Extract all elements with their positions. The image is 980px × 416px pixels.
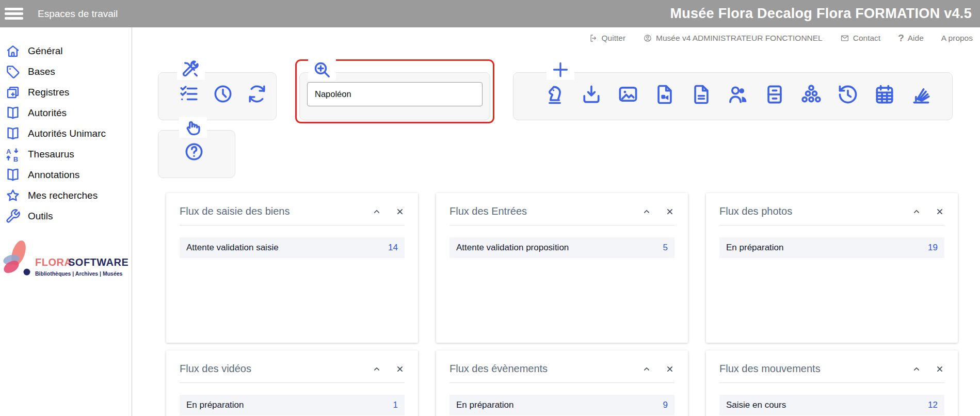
image-icon <box>617 83 639 106</box>
calendar-icon <box>873 83 896 106</box>
tag-icon <box>5 64 21 79</box>
main-area: Quitter Musée v4 ADMINISTRATEUR FONCTION… <box>132 27 980 416</box>
collapse-icon[interactable] <box>642 364 651 374</box>
quit-label: Quitter <box>602 34 626 43</box>
cabinet-icon <box>763 83 786 106</box>
sidebar-item-label: Autorités <box>28 107 67 119</box>
archives-button[interactable] <box>763 83 786 106</box>
flow-count: 12 <box>928 400 938 410</box>
cluster-icon <box>800 83 823 106</box>
photos-button[interactable] <box>617 83 639 106</box>
flora-software-logo: FLORA SOFTWARE Bibliothèques | Archives … <box>1 236 132 287</box>
sidebar: Général Bases Registres Autorités Autori… <box>0 27 132 416</box>
open-book-icon <box>5 167 21 183</box>
toolbar-group-creation <box>513 72 953 120</box>
sort-alpha-icon: AB <box>5 147 21 162</box>
sidebar-item-outils[interactable]: Outils <box>0 206 132 227</box>
close-icon[interactable] <box>395 364 405 374</box>
quit-button[interactable]: Quitter <box>589 34 626 43</box>
collapse-icon[interactable] <box>372 207 381 216</box>
registers-icon <box>5 85 21 100</box>
sidebar-item-annotations[interactable]: Annotations <box>0 165 132 185</box>
widget-title: Flux des évènements <box>449 363 642 375</box>
collapse-icon[interactable] <box>912 364 921 374</box>
collapse-icon[interactable] <box>372 364 381 374</box>
sidebar-item-thesaurus[interactable]: AB Thesaurus <box>0 144 132 165</box>
video-file-icon <box>653 83 676 106</box>
import-button[interactable] <box>580 83 603 106</box>
sidebar-item-label: Bases <box>28 66 55 77</box>
widget-flux-photos: Flux des photos En préparation 19 <box>706 193 958 343</box>
plus-icon <box>547 59 574 80</box>
collapse-icon[interactable] <box>912 207 921 216</box>
help-tool-button[interactable] <box>183 141 205 163</box>
close-icon[interactable] <box>935 207 944 216</box>
videos-button[interactable] <box>653 83 676 106</box>
envelope-icon <box>840 34 849 43</box>
import-icon <box>580 83 603 106</box>
search-input[interactable] <box>307 82 483 106</box>
flow-row[interactable]: En préparation 19 <box>719 237 944 258</box>
sidebar-item-mes-recherches[interactable]: Mes recherches <box>0 185 132 206</box>
sidebar-item-label: Outils <box>28 211 53 222</box>
logo-brand-flora: FLORA <box>35 257 72 268</box>
flow-row[interactable]: En préparation 9 <box>449 395 674 415</box>
logout-icon <box>589 34 598 43</box>
contact-button[interactable]: Contact <box>840 34 880 43</box>
top-bar: Espaces de travail Musée Flora Decalog F… <box>0 0 980 27</box>
user-circle-icon <box>643 34 652 43</box>
flow-count: 19 <box>928 243 938 253</box>
close-icon[interactable] <box>935 364 944 374</box>
flow-label: Attente validation proposition <box>456 243 663 253</box>
close-icon[interactable] <box>665 207 674 216</box>
clock-icon <box>212 83 234 105</box>
document-icon <box>690 83 713 106</box>
hamburger-menu-icon[interactable] <box>5 6 23 22</box>
utility-bar: Quitter Musée v4 ADMINISTRATEUR FONCTION… <box>132 27 980 49</box>
flow-label: En préparation <box>726 243 928 253</box>
checklist-button[interactable] <box>178 83 200 105</box>
logo-tagline: Bibliothèques | Archives | Musées <box>35 270 123 277</box>
contact-label: Contact <box>853 34 880 43</box>
flow-label: Saisie en cours <box>726 400 928 410</box>
help-button[interactable]: ? Aide <box>898 33 924 44</box>
documents-button[interactable] <box>690 83 713 106</box>
about-label: A propos <box>941 34 973 43</box>
collapse-icon[interactable] <box>642 207 651 216</box>
wrench-icon <box>5 209 21 224</box>
flow-row[interactable]: Saisie en cours 12 <box>719 395 944 415</box>
history-button[interactable] <box>837 83 859 106</box>
objects-button[interactable] <box>543 83 566 106</box>
open-book-icon <box>5 126 21 141</box>
widget-flux-mouvements: Flux des mouvements Saisie en cours 12 <box>706 350 958 416</box>
about-button[interactable]: A propos <box>941 34 973 43</box>
flow-row[interactable]: Attente validation proposition 5 <box>449 237 674 258</box>
sidebar-item-registres[interactable]: Registres <box>0 82 132 103</box>
open-book-icon <box>5 105 21 121</box>
sidebar-item-label: Registres <box>28 87 69 98</box>
refresh-button[interactable] <box>246 83 268 105</box>
close-icon[interactable] <box>395 207 405 216</box>
close-icon[interactable] <box>665 364 674 374</box>
sidebar-item-bases[interactable]: Bases <box>0 61 132 82</box>
history-icon <box>837 83 859 106</box>
logo-brand-software: SOFTWARE <box>68 257 128 268</box>
flow-row[interactable]: En préparation 1 <box>180 395 405 415</box>
flow-row[interactable]: Attente validation saisie 14 <box>180 237 405 258</box>
sidebar-item-autorites-unimarc[interactable]: Autorités Unimarc <box>0 123 132 144</box>
users-icon <box>727 83 749 106</box>
persons-button[interactable] <box>727 83 749 106</box>
sidebar-item-general[interactable]: Général <box>0 41 132 61</box>
star-icon <box>5 188 21 203</box>
reports-button[interactable] <box>910 83 933 106</box>
flow-count: 9 <box>663 400 668 410</box>
recent-button[interactable] <box>212 83 234 105</box>
current-user[interactable]: Musée v4 ADMINISTRATEUR FONCTIONNEL <box>643 34 823 43</box>
sites-button[interactable] <box>800 83 823 106</box>
workspace-label: Espaces de travail <box>38 8 118 20</box>
widget-flux-videos: Flux des vidéos En préparation 1 <box>166 350 418 416</box>
circle-question-icon <box>183 141 205 163</box>
toolbar-group-search <box>299 72 490 120</box>
calendar-button[interactable] <box>873 83 896 106</box>
sidebar-item-autorites[interactable]: Autorités <box>0 103 132 123</box>
